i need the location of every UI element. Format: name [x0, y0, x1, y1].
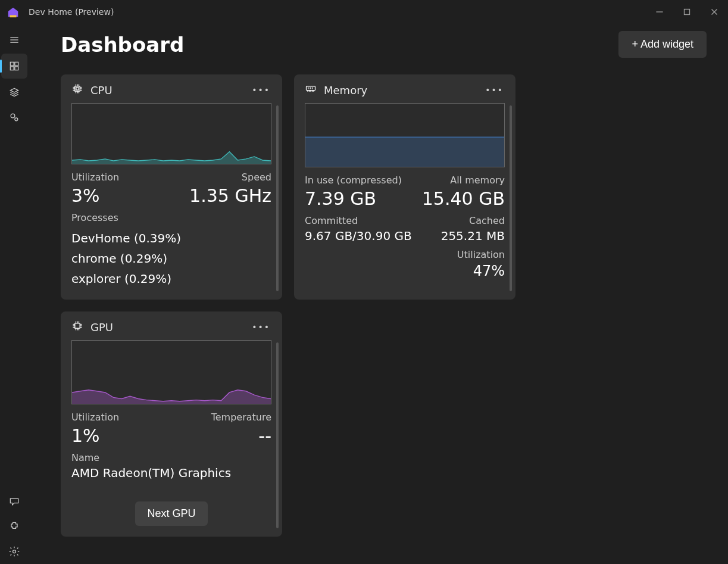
memory-widget-scrollbar[interactable]	[510, 105, 512, 291]
svg-rect-16	[75, 86, 80, 91]
gpu-widget-more-button[interactable]: •••	[251, 320, 271, 334]
svg-rect-9	[15, 62, 18, 66]
cpu-widget: CPU ••• Utilization Speed 3% 1.35 GHz Pr…	[61, 74, 282, 300]
gpu-widget-title: GPU	[90, 321, 113, 334]
svg-point-13	[11, 114, 15, 118]
cpu-widget-scrollbar[interactable]	[276, 105, 279, 291]
svg-rect-2	[685, 10, 690, 15]
memory-inuse-value: 7.39 GB	[305, 188, 376, 209]
cpu-process-item: explorer (0.29%)	[71, 269, 271, 289]
memory-inuse-label: In use (compressed)	[305, 175, 402, 186]
gpu-name-value: AMD Radeon(TM) Graphics	[71, 466, 271, 480]
cpu-speed-value: 1.35 GHz	[189, 185, 271, 206]
next-gpu-button[interactable]: Next GPU	[135, 501, 207, 526]
memory-cached-label: Cached	[469, 215, 505, 226]
memory-widget-more-button[interactable]: •••	[484, 83, 505, 97]
memory-committed-label: Committed	[305, 215, 358, 226]
svg-rect-30	[307, 86, 315, 91]
svg-rect-0	[10, 15, 17, 18]
app-icon	[6, 5, 20, 19]
sidebar-item-environments[interactable]	[0, 80, 29, 105]
svg-rect-17	[76, 88, 79, 90]
add-widget-button[interactable]: + Add widget	[618, 31, 707, 58]
memory-all-value: 15.40 GB	[422, 188, 505, 209]
svg-rect-39	[75, 323, 80, 328]
sidebar-item-feedback[interactable]	[0, 489, 29, 514]
page-title: Dashboard	[61, 33, 184, 57]
gpu-name-label: Name	[71, 452, 271, 463]
cpu-chart	[71, 103, 271, 164]
cpu-widget-more-button[interactable]: •••	[251, 83, 271, 97]
cpu-utilization-label: Utilization	[71, 172, 119, 183]
gpu-chart	[71, 340, 271, 404]
cpu-speed-label: Speed	[242, 172, 271, 183]
gpu-utilization-label: Utilization	[71, 412, 119, 423]
sidebar-item-extensions[interactable]	[0, 514, 29, 539]
close-button[interactable]	[701, 2, 728, 21]
sidebar-item-machine-config[interactable]	[0, 105, 29, 130]
memory-chart	[305, 103, 505, 167]
gpu-widget-scrollbar[interactable]	[276, 342, 279, 528]
memory-utilization-label: Utilization	[457, 249, 505, 260]
widget-grid: CPU ••• Utilization Speed 3% 1.35 GHz Pr…	[61, 74, 707, 537]
gpu-icon	[71, 320, 83, 334]
sidebar-item-settings[interactable]	[0, 539, 29, 564]
svg-rect-8	[10, 62, 14, 66]
svg-point-14	[15, 118, 18, 121]
svg-rect-11	[15, 67, 18, 70]
memory-committed-value: 9.67 GB/30.90 GB	[305, 229, 412, 243]
gpu-utilization-value: 1%	[71, 425, 100, 446]
svg-point-15	[13, 550, 16, 553]
cpu-utilization-value: 3%	[71, 185, 100, 206]
gpu-temperature-value: --	[258, 425, 271, 446]
window-title: Dev Home (Preview)	[29, 7, 114, 17]
titlebar: Dev Home (Preview)	[0, 0, 728, 24]
cpu-icon	[71, 83, 83, 97]
page-header: Dashboard + Add widget	[61, 31, 707, 58]
memory-widget: Memory ••• In use (compressed) All memor…	[294, 74, 515, 300]
cpu-process-list: DevHome (0.39%) chrome (0.29%) explorer …	[71, 228, 271, 289]
cpu-process-item: chrome (0.29%)	[71, 248, 271, 269]
memory-all-label: All memory	[450, 175, 505, 186]
minimize-button[interactable]	[646, 2, 673, 21]
gpu-widget: GPU ••• Utilization Temperature 1% -- Na…	[61, 311, 282, 537]
hamburger-menu-button[interactable]	[0, 27, 29, 52]
memory-cached-value: 255.21 MB	[441, 229, 505, 243]
memory-utilization-value: 47%	[473, 263, 505, 279]
memory-icon	[305, 83, 317, 97]
gpu-temperature-label: Temperature	[211, 412, 271, 423]
sidebar-item-dashboard[interactable]	[1, 54, 27, 79]
main-content: Dashboard + Add widget CPU ••• Uti	[29, 24, 728, 564]
svg-rect-10	[10, 67, 14, 70]
maximize-button[interactable]	[673, 2, 701, 21]
cpu-processes-label: Processes	[71, 212, 271, 223]
cpu-widget-title: CPU	[90, 84, 113, 96]
window-controls	[646, 2, 728, 21]
cpu-process-item: DevHome (0.39%)	[71, 228, 271, 248]
svg-marker-12	[10, 88, 18, 92]
memory-widget-title: Memory	[324, 84, 367, 96]
sidebar	[0, 24, 29, 564]
